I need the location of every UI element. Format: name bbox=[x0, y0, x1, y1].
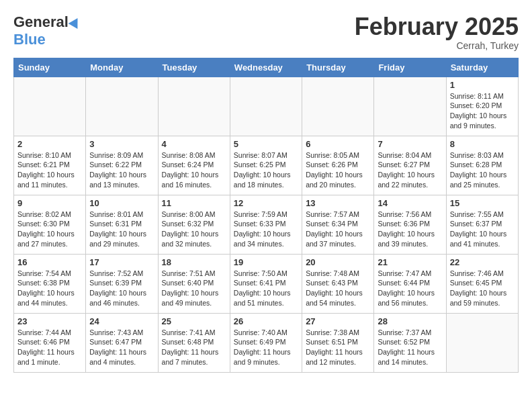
day-number: 28 bbox=[378, 316, 442, 326]
weekday-header-monday: Monday bbox=[86, 58, 158, 77]
day-number: 21 bbox=[378, 257, 442, 267]
day-number: 27 bbox=[306, 316, 370, 326]
day-info: Sunrise: 7:46 AM Sunset: 6:45 PM Dayligh… bbox=[450, 269, 515, 308]
day-info: Sunrise: 7:59 AM Sunset: 6:33 PM Dayligh… bbox=[234, 210, 298, 249]
day-number: 18 bbox=[162, 257, 226, 267]
day-info: Sunrise: 7:37 AM Sunset: 6:52 PM Dayligh… bbox=[378, 328, 442, 367]
day-number: 4 bbox=[162, 139, 226, 149]
weekday-header-wednesday: Wednesday bbox=[230, 58, 302, 77]
day-number: 26 bbox=[234, 316, 298, 326]
calendar-cell: 15Sunrise: 7:55 AM Sunset: 6:37 PM Dayli… bbox=[446, 195, 518, 254]
calendar-cell bbox=[374, 77, 446, 136]
day-info: Sunrise: 7:56 AM Sunset: 6:36 PM Dayligh… bbox=[378, 210, 442, 249]
calendar-cell: 18Sunrise: 7:51 AM Sunset: 6:40 PM Dayli… bbox=[158, 254, 230, 313]
calendar-cell: 23Sunrise: 7:44 AM Sunset: 6:46 PM Dayli… bbox=[14, 313, 86, 372]
title-block: February 2025 Cerrah, Turkey bbox=[355, 13, 519, 51]
calendar-cell: 9Sunrise: 8:02 AM Sunset: 6:30 PM Daylig… bbox=[14, 195, 86, 254]
day-info: Sunrise: 8:02 AM Sunset: 6:30 PM Dayligh… bbox=[17, 210, 82, 249]
day-number: 16 bbox=[17, 257, 82, 267]
day-number: 24 bbox=[89, 316, 154, 326]
calendar-week-row-5: 23Sunrise: 7:44 AM Sunset: 6:46 PM Dayli… bbox=[14, 313, 519, 372]
calendar-cell bbox=[86, 77, 158, 136]
calendar-cell bbox=[14, 77, 86, 136]
day-info: Sunrise: 8:11 AM Sunset: 6:20 PM Dayligh… bbox=[450, 91, 515, 131]
weekday-header-row: SundayMondayTuesdayWednesdayThursdayFrid… bbox=[14, 58, 519, 77]
day-info: Sunrise: 7:40 AM Sunset: 6:49 PM Dayligh… bbox=[234, 328, 298, 367]
day-number: 2 bbox=[17, 139, 82, 149]
day-info: Sunrise: 7:44 AM Sunset: 6:46 PM Dayligh… bbox=[17, 328, 82, 367]
day-number: 9 bbox=[17, 198, 82, 208]
day-number: 15 bbox=[450, 198, 515, 208]
day-number: 1 bbox=[450, 80, 515, 90]
calendar-cell: 26Sunrise: 7:40 AM Sunset: 6:49 PM Dayli… bbox=[230, 313, 302, 372]
day-number: 20 bbox=[306, 257, 370, 267]
calendar-cell: 10Sunrise: 8:01 AM Sunset: 6:31 PM Dayli… bbox=[86, 195, 158, 254]
calendar-cell: 24Sunrise: 7:43 AM Sunset: 6:47 PM Dayli… bbox=[86, 313, 158, 372]
day-info: Sunrise: 8:08 AM Sunset: 6:24 PM Dayligh… bbox=[162, 150, 226, 190]
calendar-cell bbox=[302, 77, 374, 136]
calendar-cell: 6Sunrise: 8:05 AM Sunset: 6:26 PM Daylig… bbox=[302, 136, 374, 195]
day-number: 19 bbox=[234, 257, 298, 267]
calendar-cell: 13Sunrise: 7:57 AM Sunset: 6:34 PM Dayli… bbox=[302, 195, 374, 254]
calendar-cell: 11Sunrise: 8:00 AM Sunset: 6:32 PM Dayli… bbox=[158, 195, 230, 254]
day-number: 7 bbox=[378, 139, 442, 149]
day-info: Sunrise: 7:55 AM Sunset: 6:37 PM Dayligh… bbox=[450, 210, 515, 249]
day-info: Sunrise: 8:05 AM Sunset: 6:26 PM Dayligh… bbox=[306, 150, 370, 190]
day-info: Sunrise: 8:07 AM Sunset: 6:25 PM Dayligh… bbox=[234, 150, 298, 190]
calendar-cell: 27Sunrise: 7:38 AM Sunset: 6:51 PM Dayli… bbox=[302, 313, 374, 372]
calendar-cell: 12Sunrise: 7:59 AM Sunset: 6:33 PM Dayli… bbox=[230, 195, 302, 254]
calendar-cell: 3Sunrise: 8:09 AM Sunset: 6:22 PM Daylig… bbox=[86, 136, 158, 195]
calendar-cell: 2Sunrise: 8:10 AM Sunset: 6:21 PM Daylig… bbox=[14, 136, 86, 195]
calendar-table: SundayMondayTuesdayWednesdayThursdayFrid… bbox=[13, 58, 519, 373]
weekday-header-thursday: Thursday bbox=[302, 58, 374, 77]
calendar-cell: 4Sunrise: 8:08 AM Sunset: 6:24 PM Daylig… bbox=[158, 136, 230, 195]
logo-general-text: General bbox=[13, 13, 69, 31]
calendar-cell: 21Sunrise: 7:47 AM Sunset: 6:44 PM Dayli… bbox=[374, 254, 446, 313]
day-number: 12 bbox=[234, 198, 298, 208]
day-number: 23 bbox=[17, 316, 82, 326]
weekday-header-saturday: Saturday bbox=[446, 58, 518, 77]
day-number: 11 bbox=[162, 198, 226, 208]
calendar-week-row-4: 16Sunrise: 7:54 AM Sunset: 6:38 PM Dayli… bbox=[14, 254, 519, 313]
day-info: Sunrise: 7:51 AM Sunset: 6:40 PM Dayligh… bbox=[162, 269, 226, 308]
day-info: Sunrise: 7:47 AM Sunset: 6:44 PM Dayligh… bbox=[378, 269, 442, 308]
day-info: Sunrise: 8:01 AM Sunset: 6:31 PM Dayligh… bbox=[89, 210, 154, 249]
day-info: Sunrise: 7:57 AM Sunset: 6:34 PM Dayligh… bbox=[306, 210, 370, 249]
day-number: 25 bbox=[162, 316, 226, 326]
calendar-week-row-2: 2Sunrise: 8:10 AM Sunset: 6:21 PM Daylig… bbox=[14, 136, 519, 195]
page-header: General Blue February 2025 Cerrah, Turke… bbox=[13, 13, 519, 51]
day-number: 13 bbox=[306, 198, 370, 208]
calendar-cell: 17Sunrise: 7:52 AM Sunset: 6:39 PM Dayli… bbox=[86, 254, 158, 313]
month-title: February 2025 bbox=[355, 13, 519, 40]
calendar-cell: 1Sunrise: 8:11 AM Sunset: 6:20 PM Daylig… bbox=[446, 77, 518, 136]
day-info: Sunrise: 8:09 AM Sunset: 6:22 PM Dayligh… bbox=[89, 150, 154, 190]
calendar-cell: 25Sunrise: 7:41 AM Sunset: 6:48 PM Dayli… bbox=[158, 313, 230, 372]
day-number: 14 bbox=[378, 198, 442, 208]
day-number: 22 bbox=[450, 257, 515, 267]
calendar-cell: 14Sunrise: 7:56 AM Sunset: 6:36 PM Dayli… bbox=[374, 195, 446, 254]
day-info: Sunrise: 8:04 AM Sunset: 6:27 PM Dayligh… bbox=[378, 150, 442, 190]
calendar-cell bbox=[158, 77, 230, 136]
day-info: Sunrise: 8:03 AM Sunset: 6:28 PM Dayligh… bbox=[450, 150, 515, 190]
calendar-week-row-1: 1Sunrise: 8:11 AM Sunset: 6:20 PM Daylig… bbox=[14, 77, 519, 136]
day-info: Sunrise: 8:10 AM Sunset: 6:21 PM Dayligh… bbox=[17, 150, 82, 190]
logo: General Blue bbox=[13, 13, 81, 48]
day-info: Sunrise: 7:43 AM Sunset: 6:47 PM Dayligh… bbox=[89, 328, 154, 367]
calendar-cell: 22Sunrise: 7:46 AM Sunset: 6:45 PM Dayli… bbox=[446, 254, 518, 313]
day-info: Sunrise: 7:54 AM Sunset: 6:38 PM Dayligh… bbox=[17, 269, 82, 308]
logo-triangle-icon bbox=[69, 15, 83, 29]
weekday-header-tuesday: Tuesday bbox=[158, 58, 230, 77]
day-info: Sunrise: 7:50 AM Sunset: 6:41 PM Dayligh… bbox=[234, 269, 298, 308]
day-number: 5 bbox=[234, 139, 298, 149]
day-info: Sunrise: 8:00 AM Sunset: 6:32 PM Dayligh… bbox=[162, 210, 226, 249]
calendar-cell: 28Sunrise: 7:37 AM Sunset: 6:52 PM Dayli… bbox=[374, 313, 446, 372]
calendar-cell: 19Sunrise: 7:50 AM Sunset: 6:41 PM Dayli… bbox=[230, 254, 302, 313]
day-info: Sunrise: 7:52 AM Sunset: 6:39 PM Dayligh… bbox=[89, 269, 154, 308]
logo-blue-text: Blue bbox=[13, 31, 46, 48]
day-number: 17 bbox=[89, 257, 154, 267]
weekday-header-friday: Friday bbox=[374, 58, 446, 77]
day-number: 8 bbox=[450, 139, 515, 149]
day-info: Sunrise: 7:41 AM Sunset: 6:48 PM Dayligh… bbox=[162, 328, 226, 367]
calendar-cell: 5Sunrise: 8:07 AM Sunset: 6:25 PM Daylig… bbox=[230, 136, 302, 195]
calendar-week-row-3: 9Sunrise: 8:02 AM Sunset: 6:30 PM Daylig… bbox=[14, 195, 519, 254]
